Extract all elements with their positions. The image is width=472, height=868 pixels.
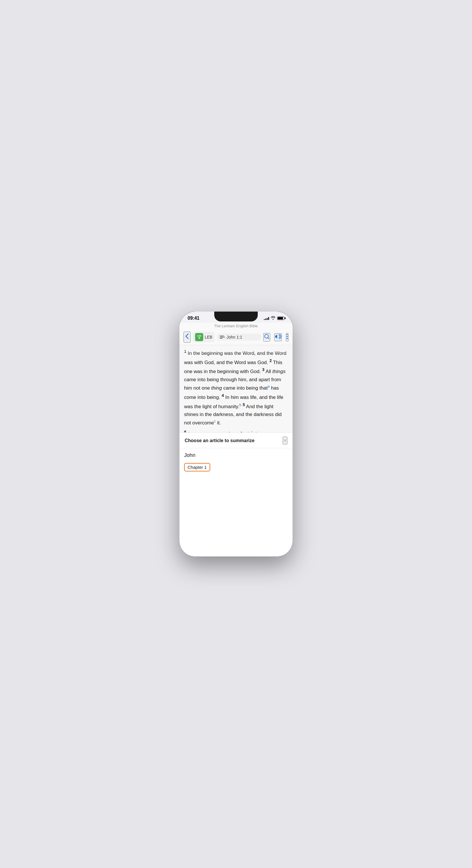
verse-num-4: 4: [222, 393, 224, 398]
bible-text-paragraph-2: 6 A man came, sent from God, whose name …: [184, 429, 288, 432]
notch: [214, 312, 258, 321]
footnote-a[interactable]: a: [268, 384, 270, 389]
verse-num-6: 6: [184, 430, 187, 432]
phone-screen: 09:41: [179, 312, 293, 556]
signal-bars-icon: [264, 316, 269, 320]
phone-frame: 09:41: [179, 312, 293, 556]
sheet-title: Choose an article to summarize: [185, 438, 255, 443]
nav-book-badge[interactable]: LEB ⇅ LEB: [193, 332, 214, 342]
more-button[interactable]: [286, 333, 289, 341]
footnote-b[interactable]: b: [239, 403, 241, 407]
verse-num-2: 2: [270, 358, 272, 363]
nav-ref-text: John 1:1: [227, 335, 242, 339]
chapter-item[interactable]: Chapter 1: [179, 461, 293, 475]
fade-overlay: [179, 345, 293, 354]
app-content: The Lexham English Bible LEB ⇅ LEB: [179, 322, 293, 556]
nav-bar: LEB ⇅ LEB John 1:1: [179, 329, 293, 345]
bible-text-paragraph: 1 In the beginning was the Word, and the…: [184, 348, 288, 427]
audio-button[interactable]: [274, 333, 282, 341]
chapter-tag[interactable]: Chapter 1: [184, 463, 210, 471]
back-button[interactable]: [183, 332, 191, 343]
status-icons: [264, 316, 284, 320]
search-button[interactable]: [263, 333, 270, 341]
verse-num-5: 5: [243, 402, 245, 407]
article-list: John Chapter 1: [179, 448, 293, 556]
section-header: John: [179, 448, 293, 461]
sheet-header: Choose an article to summarize ×: [179, 433, 293, 448]
wifi-icon: [271, 316, 275, 320]
bible-text-area: 1 In the beginning was the Word, and the…: [179, 345, 293, 432]
nav-book-text: LEB: [205, 335, 212, 339]
leb-icon: LEB ⇅: [195, 333, 203, 341]
nav-reference[interactable]: John 1:1: [217, 334, 261, 341]
status-time: 09:41: [188, 316, 199, 321]
nav-icons: [263, 333, 289, 341]
svg-point-3: [287, 338, 288, 339]
close-button[interactable]: ×: [283, 437, 287, 444]
bible-title: The Lexham English Bible: [179, 322, 293, 329]
reference-lines-icon: [220, 336, 225, 339]
bottom-sheet: Choose an article to summarize × John Ch…: [179, 432, 293, 556]
battery-icon: [277, 316, 284, 320]
footnote-c[interactable]: c: [214, 419, 216, 423]
verse-num-3: 3: [262, 367, 264, 372]
svg-point-2: [287, 336, 288, 337]
svg-point-1: [287, 334, 288, 335]
